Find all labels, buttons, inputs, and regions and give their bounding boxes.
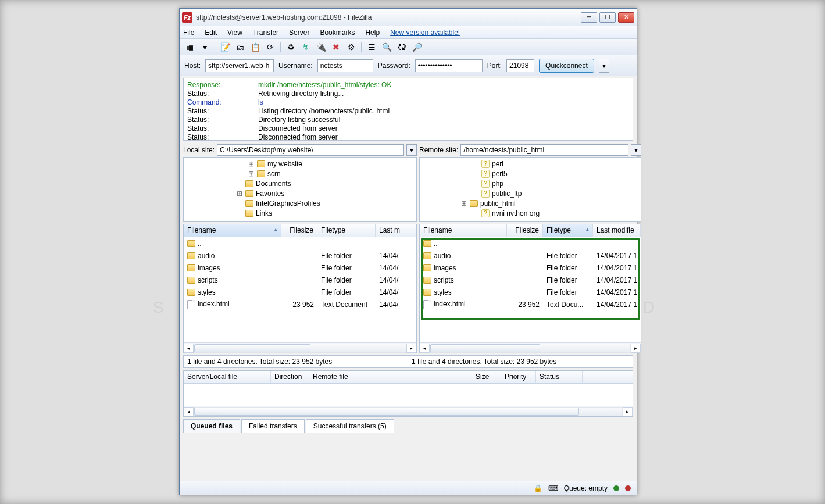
file-row[interactable]: .. [420,237,641,249]
minimize-button[interactable]: ━ [581,12,597,23]
refresh-icon[interactable]: ⟳ [264,41,277,53]
remote-path-input[interactable] [460,144,628,156]
queue-columns[interactable]: Server/Local file Direction Remote file … [184,371,633,384]
compare-icon[interactable]: 🔍 [380,41,393,53]
menu-bookmarks[interactable]: Bookmarks [320,28,355,37]
message-log[interactable]: Response:mkdir /home/nctests/public_html… [183,78,633,141]
scroll-left-icon[interactable]: ◂ [420,344,430,353]
tree-item[interactable]: ⊞scrn [248,169,415,178]
file-row[interactable]: index.html23 952Text Document14/04/ [184,298,416,310]
toggle-queue-icon[interactable]: 📋 [249,41,262,53]
col-filename[interactable]: Filename [184,224,281,237]
local-columns[interactable]: Filename Filesize Filetype Last m [184,224,416,237]
menu-file[interactable]: File [183,28,194,37]
tree-item[interactable]: Documents [236,178,415,188]
col-status[interactable]: Status [536,371,583,383]
tab-queued[interactable]: Queued files [183,419,240,433]
file-row[interactable]: stylesFile folder14/04/ [184,286,416,298]
local-path-dropdown[interactable]: ▾ [406,144,417,156]
col-filesize[interactable]: Filesize [507,224,543,237]
col-filetype[interactable]: Filetype [317,224,376,237]
col-filesize[interactable]: Filesize [281,224,317,237]
file-row[interactable]: scriptsFile folder14/04/ [184,274,416,286]
quickconnect-button[interactable]: Quickconnect [539,59,594,73]
maximize-button[interactable]: ☐ [599,12,616,23]
dropdown-icon[interactable]: ▾ [198,41,211,53]
tree-item[interactable]: ?php [472,178,640,188]
col-direction[interactable]: Direction [271,371,309,383]
tree-item[interactable]: Links [236,208,415,218]
tree-twisty-icon[interactable]: ⊞ [248,170,255,178]
scroll-right-icon[interactable]: ▸ [406,344,416,353]
menu-help[interactable]: Help [365,28,380,37]
menu-transfer[interactable]: Transfer [253,28,278,37]
file-row[interactable]: scriptsFile folder14/04/2017 1 [420,274,641,286]
host-input[interactable] [205,59,274,72]
file-row[interactable]: .. [184,237,416,249]
col-size[interactable]: Size [472,371,501,383]
transfer-queue[interactable]: Server/Local file Direction Remote file … [183,370,633,417]
cancel-icon[interactable]: ↯ [299,41,312,53]
file-row[interactable]: index.html23 952Text Docu...14/04/2017 1 [420,298,641,310]
port-input[interactable] [506,59,534,72]
process-queue-icon[interactable]: ♻ [284,41,297,53]
reconnect-icon[interactable]: ✖ [330,41,342,53]
remote-hscroll[interactable]: ◂ ▸ [420,342,641,353]
local-path-input[interactable] [217,144,404,156]
toggle-log-icon[interactable]: 📝 [219,41,231,53]
tree-item[interactable]: ⊞public_html [460,198,640,208]
quickconnect-dropdown[interactable]: ▾ [599,59,609,73]
username-input[interactable] [317,59,373,72]
file-row[interactable]: imagesFile folder14/04/2017 1 [420,262,641,274]
menu-edit[interactable]: Edit [205,28,217,37]
disconnect-icon[interactable]: 🔌 [315,41,327,53]
stop-icon[interactable]: ⚙ [345,41,358,53]
tree-twisty-icon[interactable]: ⊞ [248,160,255,168]
menu-new-version[interactable]: New version available! [390,28,460,37]
toggle-tree-icon[interactable]: 🗂 [234,41,247,53]
sitemanager-icon[interactable]: ▦ [183,41,196,53]
remote-columns[interactable]: Filename Filesize Filetype Last modifie [420,224,641,237]
tree-item[interactable]: ?public_ftp [472,188,640,198]
scroll-right-icon[interactable]: ▸ [631,344,641,353]
local-tree[interactable]: ⊞my website⊞scrnDocuments⊞FavoritesIntel… [183,157,417,222]
tree-item[interactable]: ?nvni nvthon org [472,208,640,218]
col-lastmod[interactable]: Last modifie [593,224,641,237]
tree-item[interactable]: ⊞my website [248,159,415,169]
queue-hscroll[interactable]: ◂ ▸ [184,406,633,416]
file-row[interactable]: stylesFile folder14/04/2017 1 [420,286,641,298]
file-row[interactable]: audioFile folder14/04/2017 1 [420,249,641,262]
tree-item[interactable]: ?perl5 [472,169,640,178]
remote-tree[interactable]: ?perl?perl5?php?public_ftp⊞public_html?n… [419,157,641,222]
titlebar[interactable]: Fz sftp://nctests@server1.web-hosting.co… [180,9,637,26]
remote-path-dropdown[interactable]: ▾ [631,144,641,156]
password-input[interactable] [415,59,483,72]
file-row[interactable]: audioFile folder14/04/ [184,249,416,262]
file-row[interactable]: imagesFile folder14/04/ [184,262,416,274]
col-remote[interactable]: Remote file [309,371,472,383]
close-button[interactable]: ✕ [618,12,634,23]
col-priority[interactable]: Priority [501,371,536,383]
scroll-left-icon[interactable]: ◂ [184,344,194,353]
tree-twisty-icon[interactable]: ⊞ [460,199,467,208]
menu-server[interactable]: Server [289,28,309,37]
col-filetype[interactable]: Filetype [543,224,593,237]
local-hscroll[interactable]: ◂ ▸ [184,342,416,353]
remote-filelist[interactable]: Filename Filesize Filetype Last modifie … [419,224,641,353]
col-filename[interactable]: Filename [420,224,507,237]
tab-success[interactable]: Successful transfers (5) [306,419,394,433]
scroll-left-icon[interactable]: ◂ [184,407,194,416]
filter-icon[interactable]: ☰ [365,41,378,53]
local-filelist[interactable]: Filename Filesize Filetype Last m ..audi… [183,224,417,353]
menu-view[interactable]: View [227,28,242,37]
tab-failed[interactable]: Failed transfers [241,419,305,433]
col-lastmod[interactable]: Last m [376,224,416,237]
search-icon[interactable]: 🔎 [410,41,423,53]
scroll-right-icon[interactable]: ▸ [623,407,633,416]
tree-item[interactable]: ?perl [472,159,640,169]
col-server[interactable]: Server/Local file [184,371,271,383]
tree-item[interactable]: IntelGraphicsProfiles [236,198,415,208]
tree-twisty-icon[interactable]: ⊞ [236,190,243,198]
sync-icon[interactable]: 🗘 [395,41,408,53]
tree-item[interactable]: ⊞Favorites [236,188,415,198]
